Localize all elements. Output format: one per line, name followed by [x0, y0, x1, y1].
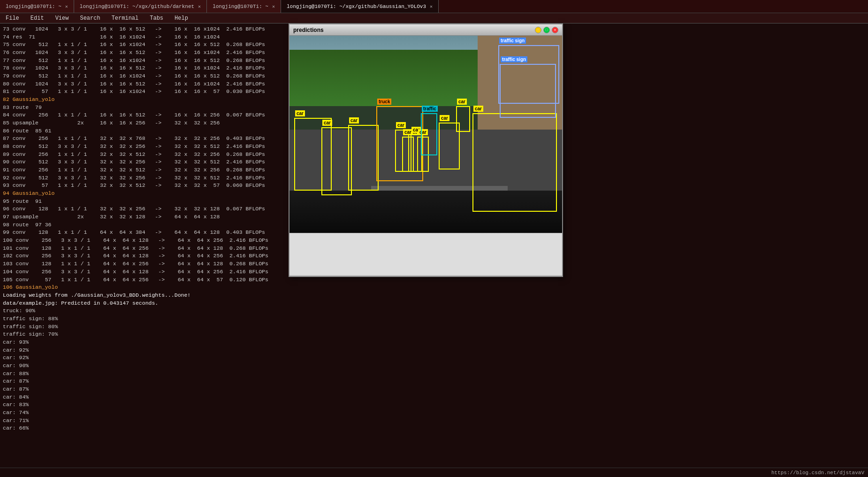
tab-2-close[interactable]: ✕ [272, 4, 275, 9]
terminal-line-10: 83 route 79 [3, 104, 287, 112]
trees [289, 50, 478, 106]
terminal-line-31: 104 conv 256 3 x 3 / 1 64 x 64 x 128 -> … [3, 268, 287, 276]
detection-box-2: car [348, 125, 379, 191]
terminal-line-28: 101 conv 128 1 x 1 / 1 64 x 64 x 256 -> … [3, 245, 287, 253]
tab-2-label: longjing@1070Ti: ~ [213, 4, 268, 9]
terminal-line-3: 76 conv 1024 3 x 3 / 1 16 x 16 x 512 -> … [3, 49, 287, 57]
terminal-line-32: 105 conv 57 1 x 1 / 1 64 x 64 x 256 -> 6… [3, 276, 287, 284]
detection-label-3: truck [377, 99, 391, 105]
menu-terminal[interactable]: Terminal [110, 14, 141, 23]
terminal-line-1: 74 res 71 16 x 16 x1024 -> 16 x 16 x1024 [3, 33, 287, 41]
terminal-line-18: 91 conv 256 1 x 1 / 1 32 x 32 x 512 -> 3… [3, 166, 287, 174]
tab-0-label: longjing@1070Ti: ~ [6, 4, 61, 9]
terminal-line-17: 90 conv 512 3 x 3 / 1 32 x 32 x 256 -> 3… [3, 158, 287, 166]
terminal-line-41: car: 92% [3, 346, 287, 354]
detection-image: carcarcartruckcarcar mcarcartrafficcarca… [289, 36, 562, 233]
terminal-line-38: traffic sign: 80% [3, 323, 287, 331]
terminal-line-27: 100 conv 256 3 x 3 / 1 64 x 64 x 128 -> … [3, 237, 287, 245]
detection-box-13: traffic sign [500, 64, 556, 118]
terminal-panel[interactable]: 73 conv 1024 3 x 3 / 1 16 x 16 x 512 -> … [0, 23, 289, 477]
terminal-line-30: 103 conv 128 1 x 1 / 1 64 x 64 x 256 -> … [3, 260, 287, 268]
terminal-line-16: 89 conv 256 1 x 1 / 1 32 x 32 x 512 -> 3… [3, 151, 287, 159]
detection-box-1: car [321, 127, 352, 195]
terminal-line-6: 79 conv 512 1 x 1 / 1 16 x 16 x1024 -> 1… [3, 72, 287, 80]
terminal-line-39: traffic sign: 70% [3, 331, 287, 339]
terminal-line-11: 84 conv 256 1 x 1 / 1 16 x 16 x 512 -> 1… [3, 111, 287, 119]
terminal-line-35: data/example.jpg: Predicted in 0.043147 … [3, 300, 287, 308]
tab-3[interactable]: longjing@1070Ti: ~/xgx/github/Gaussian_Y… [281, 0, 439, 13]
terminal-line-40: car: 93% [3, 339, 287, 346]
predictions-controls: − □ ✕ [535, 27, 558, 33]
detection-label-13: traffic sign [501, 56, 527, 62]
terminal-line-19: 92 conv 512 3 x 3 / 1 32 x 32 x 256 -> 3… [3, 174, 287, 182]
terminal-line-36: truck: 90% [3, 307, 287, 315]
predictions-titlebar: predictions − □ ✕ [289, 24, 562, 36]
terminal-line-13: 86 route 85 61 [3, 127, 287, 135]
terminal-line-7: 80 conv 1024 3 x 3 / 1 16 x 16 x 512 -> … [3, 80, 287, 88]
terminal-line-5: 78 conv 1024 3 x 3 / 1 16 x 16 x 512 -> … [3, 64, 287, 72]
tab-2[interactable]: longjing@1070Ti: ~ ✕ [207, 0, 281, 13]
terminal-line-9: 82 Gaussian_yolo [3, 96, 287, 104]
terminal-line-44: car: 88% [3, 370, 287, 378]
minimize-button[interactable]: − [535, 27, 541, 33]
terminal-line-14: 87 conv 256 1 x 1 / 1 32 x 32 x 768 -> 3… [3, 135, 287, 143]
terminal-line-51: car: 66% [3, 424, 287, 432]
detection-box-11: car [456, 106, 470, 132]
terminal-line-24: 97 upsample 2x 32 x 32 x 128 -> 64 x 64 … [3, 213, 287, 221]
predictions-bottom [289, 233, 562, 275]
terminal-line-43: car: 90% [3, 362, 287, 370]
terminal-line-20: 93 conv 57 1 x 1 / 1 32 x 32 x 512 -> 32… [3, 182, 287, 190]
detection-label-4: car [396, 122, 406, 128]
terminal-line-12: 85 upsample 2x 16 x 16 x 256 -> 32 x 32 … [3, 119, 287, 127]
close-button[interactable]: ✕ [552, 27, 558, 33]
terminal-line-37: traffic sign: 88% [3, 315, 287, 323]
detection-label-9: car [440, 115, 449, 121]
terminal-line-2: 75 conv 512 1 x 1 / 1 16 x 16 x1024 -> 1… [3, 41, 287, 49]
tab-1[interactable]: longjing@1070Ti: ~/xgx/github/darknet ✕ [74, 0, 207, 13]
tab-3-label: longjing@1070Ti: ~/xgx/github/Gaussian_Y… [287, 4, 426, 9]
detection-label-12: traffic sign [499, 38, 526, 44]
detection-box-10: car [472, 113, 557, 212]
status-url: https://blog.csdn.net/djstavaV [771, 470, 864, 476]
detection-label-1: car [322, 120, 332, 126]
menu-bar: File Edit View Search Terminal Tabs Help [0, 13, 868, 23]
menu-file[interactable]: File [4, 14, 21, 23]
terminal-line-21: 94 Gaussian_yolo [3, 190, 287, 198]
detection-label-11: car [457, 99, 467, 105]
detection-box-8: traffic [421, 113, 437, 155]
terminal-line-4: 77 conv 512 1 x 1 / 1 16 x 16 x1024 -> 1… [3, 57, 287, 65]
menu-edit[interactable]: Edit [29, 14, 46, 23]
tab-1-label: longjing@1070Ti: ~/xgx/github/darknet [80, 4, 194, 9]
detection-label-10: car [473, 106, 483, 112]
maximize-button[interactable]: □ [543, 27, 550, 33]
detection-label-0: car [295, 110, 305, 116]
terminal-line-48: car: 83% [3, 401, 287, 409]
terminal-line-23: 96 conv 128 1 x 1 / 1 32 x 32 x 256 -> 3… [3, 205, 287, 213]
terminal-line-42: car: 92% [3, 354, 287, 362]
terminal-line-29: 102 conv 256 3 x 3 / 1 64 x 64 x 128 -> … [3, 252, 287, 260]
tab-bar: longjing@1070Ti: ~ ✕ longjing@1070Ti: ~/… [0, 0, 868, 13]
status-bar: https://blog.csdn.net/djstavaV [0, 468, 868, 477]
terminal-line-34: Loading weights from ./Gaussian_yolov3_B… [3, 292, 287, 300]
terminal-line-15: 88 conv 512 3 x 3 / 1 32 x 32 x 256 -> 3… [3, 143, 287, 151]
menu-help[interactable]: Help [173, 14, 190, 23]
tab-3-close[interactable]: ✕ [430, 4, 433, 9]
terminal-line-25: 98 route 97 36 [3, 221, 287, 229]
tab-0[interactable]: longjing@1070Ti: ~ ✕ [0, 0, 74, 13]
menu-tabs[interactable]: Tabs [148, 14, 165, 23]
predictions-window: predictions − □ ✕ carcarcartruckcarcar m… [289, 23, 563, 277]
terminal-line-33: 106 Gaussian_yolo [3, 284, 287, 292]
terminal-line-8: 81 conv 57 1 x 1 / 1 16 x 16 x1024 -> 16… [3, 88, 287, 96]
terminal-line-45: car: 87% [3, 377, 287, 385]
predictions-title: predictions [293, 27, 324, 33]
menu-search[interactable]: Search [78, 14, 102, 23]
terminal-line-49: car: 74% [3, 409, 287, 417]
tab-1-close[interactable]: ✕ [198, 4, 201, 9]
terminal-line-47: car: 84% [3, 393, 287, 401]
terminal-line-46: car: 87% [3, 385, 287, 393]
menu-view[interactable]: View [53, 14, 71, 23]
terminal-line-50: car: 71% [3, 417, 287, 425]
detection-label-8: traffic [422, 106, 438, 112]
tab-0-close[interactable]: ✕ [65, 4, 68, 9]
detection-label-2: car [349, 117, 359, 123]
